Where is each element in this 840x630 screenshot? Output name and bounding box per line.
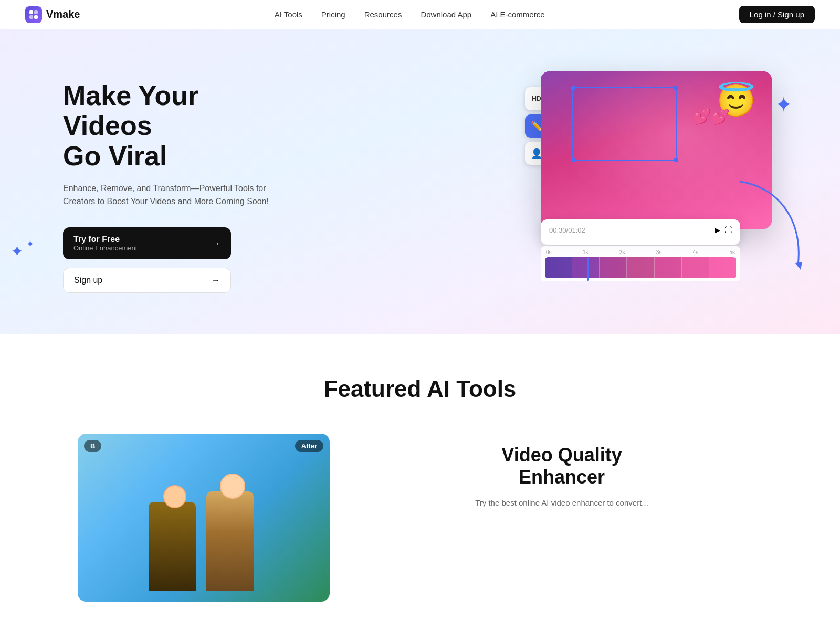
brand-name: Vmake xyxy=(46,8,80,20)
enhancer-card-image: B After xyxy=(78,434,330,602)
person-1-head xyxy=(163,485,186,508)
play-button[interactable]: ▶ xyxy=(715,226,720,234)
nav-resources[interactable]: Resources xyxy=(364,10,402,19)
frame-2 xyxy=(572,257,600,278)
hero-left: Make Your Videos Go Viral Enhance, Remov… xyxy=(63,81,294,293)
logo[interactable]: Vmake xyxy=(25,6,80,23)
nav-download-app[interactable]: Download App xyxy=(421,10,471,19)
player-controls-row: 00:30/01:02 ▶ ⛶ xyxy=(549,226,732,234)
frame-3 xyxy=(600,257,627,278)
nav-ai-tools[interactable]: AI Tools xyxy=(275,10,302,19)
try-button-text: Try for Free Online Enhancement xyxy=(74,235,137,252)
person-2 xyxy=(206,486,259,591)
timeline-strip xyxy=(545,257,736,278)
svg-rect-2 xyxy=(29,15,33,19)
nav-ai-ecommerce[interactable]: AI E-commerce xyxy=(490,10,544,19)
enhancer-card-content: Video QualityEnhancer Try the best onlin… xyxy=(361,434,762,509)
hero-subtitle: Enhance, Remove, and Transform—Powerful … xyxy=(63,182,294,208)
svg-rect-0 xyxy=(29,10,33,14)
nav-pricing[interactable]: Pricing xyxy=(321,10,345,19)
blue-sparkle-icon: ✦ xyxy=(775,92,793,117)
hero-title: Make Your Videos Go Viral xyxy=(63,81,294,171)
try-free-button[interactable]: Try for Free Online Enhancement → xyxy=(63,227,231,259)
frame-7 xyxy=(709,257,736,278)
nav-right: Log in / Sign up xyxy=(739,6,815,23)
handle-top-left xyxy=(571,86,575,90)
person-2-body xyxy=(206,491,254,591)
person-1-body xyxy=(149,502,196,591)
handle-bottom-right xyxy=(674,158,678,162)
handle-bottom-left xyxy=(571,158,575,162)
svg-rect-1 xyxy=(34,10,38,14)
cards-section: B After Video QualityEnhancer Try the be… xyxy=(25,434,815,630)
selection-box xyxy=(572,87,677,161)
video-timeline[interactable]: 0s 1s 2s 3s 4s 5s xyxy=(541,246,740,281)
featured-title: Featured AI Tools xyxy=(25,376,815,402)
signup-button[interactable]: Sign up → xyxy=(63,268,231,293)
timeline-cursor[interactable] xyxy=(587,258,589,281)
fullscreen-button[interactable]: ⛶ xyxy=(724,226,732,234)
curve-decoration xyxy=(735,176,808,271)
login-button[interactable]: Log in / Sign up xyxy=(739,6,815,23)
hero-section: Make Your Videos Go Viral Enhance, Remov… xyxy=(0,29,840,334)
frame-5 xyxy=(655,257,682,278)
sparkle-icon-1: ✦ xyxy=(10,242,24,260)
after-badge: After xyxy=(295,440,323,452)
logo-icon xyxy=(25,6,42,23)
signup-arrow-icon: → xyxy=(212,276,220,285)
card-image-inner xyxy=(78,434,330,602)
person-1 xyxy=(149,497,201,591)
frame-6 xyxy=(682,257,709,278)
handle-top-right xyxy=(674,86,678,90)
video-player-bar[interactable]: 00:30/01:02 ▶ ⛶ xyxy=(541,219,740,245)
enhancer-card-desc: Try the best online AI video enhancer to… xyxy=(361,497,762,509)
frame-1 xyxy=(545,257,572,278)
player-time: 00:30/01:02 xyxy=(549,226,585,234)
person-2-head xyxy=(220,474,245,499)
timeline-markers: 0s 1s 2s 3s 4s 5s xyxy=(545,249,736,255)
nav-links: AI Tools Pricing Resources Download App … xyxy=(275,10,545,19)
featured-section: Featured AI Tools B After xyxy=(0,334,840,630)
before-badge: B xyxy=(84,440,101,452)
navbar: Vmake AI Tools Pricing Resources Downloa… xyxy=(0,0,840,29)
frame-4 xyxy=(627,257,654,278)
person-group xyxy=(78,434,330,602)
svg-marker-4 xyxy=(795,262,802,270)
sparkle-icon-2: ✦ xyxy=(26,238,34,250)
player-buttons: ▶ ⛶ xyxy=(715,226,732,234)
hearts-emoji: 💕💕 xyxy=(693,108,730,125)
enhancer-card-title: Video QualityEnhancer xyxy=(361,444,762,488)
try-arrow-icon: → xyxy=(210,237,220,249)
svg-rect-3 xyxy=(34,15,38,19)
hero-video-editor: HD ✏️ 👤 😇 💕💕 xyxy=(525,61,798,313)
